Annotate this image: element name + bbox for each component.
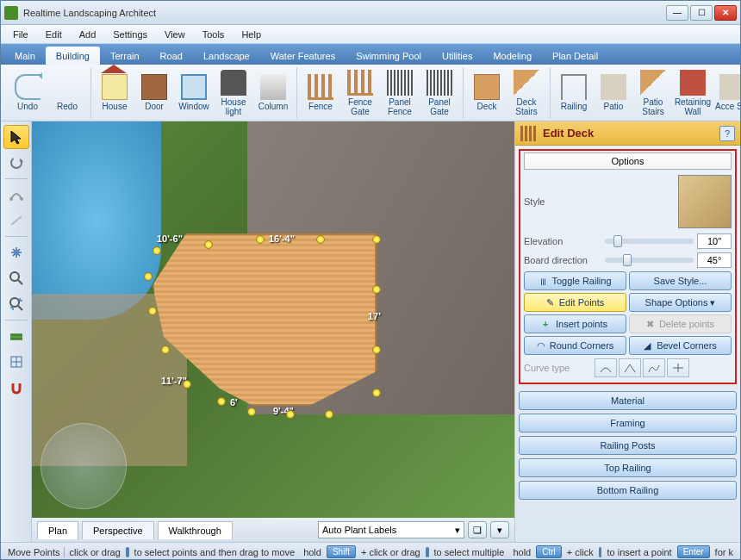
tab-utilities[interactable]: Utilities [432,47,483,65]
3d-viewport[interactable]: 10'-6"16'-4"17'11'-7"6'9'-4" [32,121,514,518]
patio-button[interactable]: Patio [594,67,633,119]
deck-button[interactable]: Deck [467,67,507,119]
menu-settings[interactable]: Settings [104,28,156,41]
edit-point[interactable] [372,235,381,244]
save-style-button[interactable]: Save Style... [629,271,732,290]
section-framing[interactable]: Framing [519,414,737,432]
edit-point[interactable] [372,285,381,294]
maximize-button[interactable]: ☐ [690,5,713,21]
tab-plan-detail[interactable]: Plan Detail [542,47,608,65]
menu-help[interactable]: Help [233,28,270,41]
curve-type-3[interactable] [643,358,665,377]
edit-point[interactable] [247,408,256,416]
line-tool[interactable] [3,208,29,233]
menu-view[interactable]: View [156,28,194,41]
select-tool[interactable] [3,125,29,149]
menu-add[interactable]: Add [71,28,105,41]
tab-terrain[interactable]: Terrain [100,47,150,65]
dropdown-button[interactable]: ▾ [490,521,509,538]
edit-point[interactable] [161,345,170,354]
panel-fence-button[interactable]: Panel Fence [380,67,420,119]
door-button[interactable]: Door [134,67,174,119]
pencil-icon: ✎ [546,297,557,308]
edit-point[interactable] [144,272,153,281]
menu-tools[interactable]: Tools [194,28,234,41]
tab-modeling[interactable]: Modeling [483,47,542,65]
acce-stri-button[interactable]: Acce Stri [713,67,740,119]
elevation-slider[interactable] [605,239,694,244]
minimize-button[interactable]: — [666,5,688,21]
tab-road[interactable]: Road [150,47,193,65]
cursor-icon [426,547,429,557]
panel-gate-button[interactable]: Panel Gate [420,67,459,119]
house-light-button[interactable]: House light [214,67,253,119]
edit-point[interactable] [183,380,191,389]
deck-stairs-button[interactable]: Deck Stairs [507,67,546,119]
redo-button[interactable]: Redo [47,67,87,119]
curve-type-1[interactable] [595,358,617,377]
view-tab-perspective[interactable]: Perspective [82,521,153,539]
rotate-tool[interactable] [3,151,29,175]
edit-point[interactable] [372,345,381,354]
hatch-tool[interactable] [3,324,29,348]
house-button[interactable]: House [95,67,134,119]
help-button[interactable]: ? [719,126,735,141]
curve-type-2[interactable] [619,358,641,377]
zoom-tool[interactable] [3,266,29,290]
tab-swimming-pool[interactable]: Swimming Pool [346,47,432,65]
edit-point[interactable] [316,235,325,244]
tab-building[interactable]: Building [46,47,100,65]
edit-point[interactable] [286,410,295,419]
edit-point[interactable] [153,246,161,255]
insert-points-button[interactable]: +Insert points [524,314,626,333]
tab-landscape[interactable]: Landscape [193,47,260,65]
menu-edit[interactable]: Edit [37,28,71,41]
snap-tool[interactable] [3,376,29,400]
redo-icon [54,74,80,100]
board-direction-slider[interactable] [605,258,694,263]
section-material[interactable]: Material [519,391,737,410]
fence-gate-button[interactable]: Fence Gate [340,67,380,119]
curve-tool[interactable] [3,183,29,207]
close-button[interactable]: ✕ [714,5,737,21]
window-button[interactable]: Window [174,67,214,119]
tab-main[interactable]: Main [4,47,46,65]
section-bottom-railing[interactable]: Bottom Railing [519,481,737,500]
board-direction-input[interactable] [697,252,732,268]
edit-point[interactable] [372,389,381,397]
edit-points-button[interactable]: ✎Edit Points [524,293,626,312]
pan-tool[interactable] [3,240,29,264]
section-top-railing[interactable]: Top Railing [519,458,737,477]
edit-point[interactable] [217,397,226,406]
zoom-extents-tool[interactable] [3,292,29,316]
stone-icon [601,74,626,100]
patio-stairs-button[interactable]: Patio Stairs [633,67,673,119]
navigation-orb[interactable] [40,423,127,509]
toggle-railing-button[interactable]: ⫼Toggle Railing [524,271,626,290]
edit-point[interactable] [325,410,333,419]
plant-labels-combo[interactable]: Auto Plant Labels▾ [318,521,464,538]
edit-point[interactable] [256,235,265,244]
layers-button[interactable]: ❏ [468,521,487,538]
curve-type-4[interactable] [667,358,689,377]
view-tab-walkthrough[interactable]: Walkthrough [158,521,233,539]
edit-point[interactable] [148,307,157,315]
tab-water-features[interactable]: Water Features [260,47,346,65]
shape-options-button[interactable]: Shape Options ▾ [629,293,732,312]
elevation-input[interactable] [697,233,732,249]
fence-button[interactable]: Fence [301,67,340,119]
view-tab-plan[interactable]: Plan [37,521,78,539]
menu-file[interactable]: File [4,28,37,41]
bevel-corners-button[interactable]: ◢Bevel Corners [629,336,732,355]
grid-tool[interactable] [3,350,29,374]
undo-button[interactable]: Undo [8,67,47,119]
column-button[interactable]: Column [253,67,293,119]
style-thumbnail[interactable] [678,175,732,228]
edit-point[interactable] [204,240,213,249]
options-header[interactable]: Options [524,152,732,170]
railing-button[interactable]: Railing [554,67,594,119]
round-corners-button[interactable]: ◠Round Corners [524,336,626,355]
section-railing-posts[interactable]: Railing Posts [519,436,737,455]
options-section: Options Style Elevation Board direction … [519,149,737,384]
retaining-wall-button[interactable]: Retaining Wall [673,67,713,119]
